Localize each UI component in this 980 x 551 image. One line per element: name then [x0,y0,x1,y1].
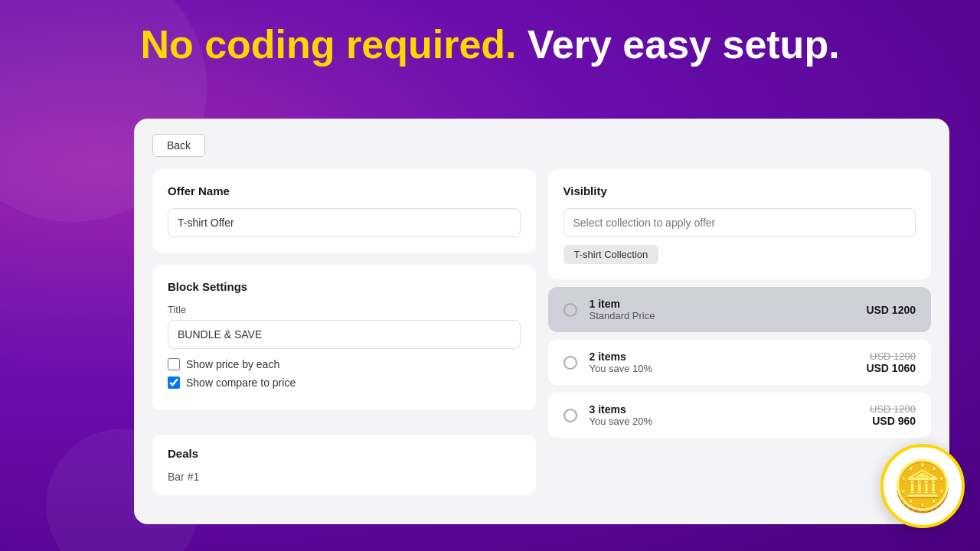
bundle-save-2: You save 20% [590,416,858,427]
header-white-text: Very easy setup. [517,22,840,67]
offer-name-input[interactable] [168,208,521,237]
show-compare-checkbox[interactable] [168,377,180,389]
coin-emoji: 🪙 [892,461,953,510]
bundle-row-2[interactable]: 3 items You save 20% USD 1200 USD 960 [548,393,932,438]
collection-input[interactable] [564,208,916,237]
header: No coding required. Very easy setup. [0,0,980,82]
bundle-info-2: 3 items You save 20% [590,403,858,427]
bundle-save-1: You save 10% [590,363,854,374]
price-current-0: USD 1200 [866,304,916,316]
title-input[interactable] [168,320,521,349]
main-card: Back Offer Name Block Settings Title Sho… [134,119,949,524]
bundle-row-0[interactable]: 1 item Standard Price USD 1200 [548,287,932,332]
block-settings-title: Block Settings [168,280,521,293]
price-current-1: USD 1060 [866,362,916,374]
price-original-1: USD 1200 [866,350,916,362]
bundle-radio-1[interactable] [564,356,577,370]
bundle-items-2: 3 items [590,403,858,416]
content-grid: Offer Name Block Settings Title Show pri… [152,169,931,495]
collection-tag: T-shirt Collection [564,245,659,264]
checkbox-row-1: Show price by each [168,358,521,370]
deals-panel: Deals Bar #1 [152,435,536,495]
deals-sub: Bar #1 [168,471,521,483]
coin-outer: 🪙 [880,444,965,528]
bundle-items-1: 2 items [590,350,854,363]
right-column: Visiblity T-shirt Collection 1 item Stan… [548,169,932,495]
bundle-price-1: USD 1200 USD 1060 [866,350,916,374]
left-column: Offer Name Block Settings Title Show pri… [152,169,536,495]
bundle-price-0: USD 1200 [866,304,916,316]
back-button[interactable]: Back [152,134,205,157]
price-current-2: USD 960 [870,415,916,427]
bundle-items-0: 1 item [590,298,854,310]
title-label: Title [168,304,521,315]
visibility-panel: Visiblity T-shirt Collection [548,169,932,279]
price-original-2: USD 1200 [870,403,916,415]
bundle-radio-0[interactable] [564,303,577,317]
offer-name-panel: Offer Name [152,169,536,253]
bundle-info-0: 1 item Standard Price [590,298,854,321]
bundle-save-0: Standard Price [590,310,854,321]
bundle-price-2: USD 1200 USD 960 [870,403,916,427]
offer-name-title: Offer Name [168,184,521,197]
deals-title: Deals [168,447,521,460]
show-price-checkbox[interactable] [168,358,180,370]
header-yellow-text: No coding required. [140,22,516,67]
block-settings-panel: Block Settings Title Show price by each … [152,265,536,410]
bundle-radio-2[interactable] [564,409,577,422]
visibility-title: Visiblity [564,184,916,197]
checkbox1-label: Show price by each [186,358,279,370]
checkbox2-label: Show compare to price [186,377,296,389]
checkbox-row-2: Show compare to price [168,377,521,389]
bundle-info-1: 2 items You save 10% [590,350,854,374]
bundle-row-1[interactable]: 2 items You save 10% USD 1200 USD 1060 [548,340,932,385]
coin-decoration: 🪙 [880,444,965,528]
